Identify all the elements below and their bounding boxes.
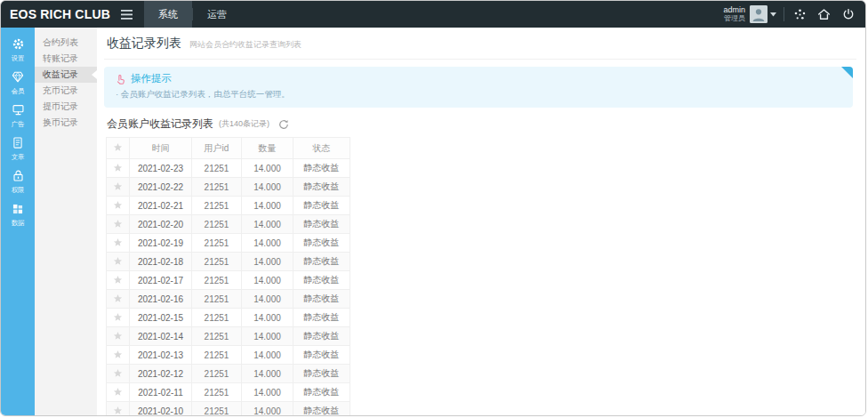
cell-user-id: 21251	[192, 271, 242, 290]
column-header: 数量	[242, 138, 293, 159]
star-icon[interactable]	[107, 327, 130, 346]
cell-status: 静态收益	[293, 402, 350, 416]
cell-time: 2021-02-21	[130, 197, 192, 215]
page-title: 收益记录列表	[107, 36, 181, 52]
star-icon[interactable]	[107, 271, 130, 290]
cell-user-id: 21251	[192, 290, 242, 309]
column-header: 时间	[130, 138, 192, 159]
star-icon[interactable]	[107, 253, 130, 271]
cell-time: 2021-02-20	[130, 215, 192, 234]
sidebar-item-settings[interactable]: 设置	[1, 35, 35, 65]
corner-fold-icon	[841, 67, 853, 78]
star-icon[interactable]	[107, 197, 130, 215]
avatar[interactable]	[750, 5, 768, 23]
grid-icon	[12, 202, 24, 216]
home-icon[interactable]	[812, 1, 836, 28]
cell-user-id: 21251	[192, 365, 242, 383]
logout-icon[interactable]	[836, 1, 860, 28]
tip-box: 操作提示 · 会员账户收益记录列表，由总平台统一管理。	[104, 67, 853, 108]
cell-time: 2021-02-14	[130, 327, 192, 346]
submenu-item[interactable]: 收益记录	[35, 67, 97, 83]
table-header-row: 时间用户id数量状态	[107, 138, 350, 159]
cell-time: 2021-02-18	[130, 253, 192, 271]
sidebar-item-articles[interactable]: 文章	[1, 133, 35, 164]
layout: 设置会员广告文章权限数据 合约列表转账记录收益记录充币记录提币记录换币记录 收益…	[1, 28, 865, 415]
cell-user-id: 21251	[192, 383, 242, 402]
cell-time: 2021-02-11	[130, 383, 192, 402]
cell-time: 2021-02-15	[130, 309, 192, 327]
topbar-tab[interactable]: 运营	[193, 1, 241, 28]
cell-quantity: 14.000	[242, 365, 293, 383]
document-icon	[12, 136, 24, 150]
cell-quantity: 14.000	[242, 178, 293, 197]
star-icon[interactable]	[107, 402, 130, 416]
clear-cache-icon[interactable]	[788, 1, 812, 28]
submenu-item[interactable]: 转账记录	[35, 51, 97, 67]
cell-user-id: 21251	[192, 309, 242, 327]
cell-user-id: 21251	[192, 234, 242, 253]
cell-status: 静态收益	[293, 253, 350, 271]
hamburger-menu-icon[interactable]	[116, 1, 137, 28]
submenu-item[interactable]: 充币记录	[35, 83, 97, 99]
star-icon[interactable]	[107, 178, 130, 197]
cell-status: 静态收益	[293, 215, 350, 234]
column-header: 用户id	[192, 138, 242, 159]
tip-body: · 会员账户收益记录列表，由总平台统一管理。	[115, 89, 842, 100]
cell-time: 2021-02-16	[130, 290, 192, 309]
table-row: 2021-02-192125114.000静态收益	[107, 234, 350, 253]
table-header-bar: 会员账户收益记录列表 (共140条记录)	[107, 117, 856, 132]
cell-user-id: 21251	[192, 178, 242, 197]
cell-status: 静态收益	[293, 290, 350, 309]
table-record-count: (共140条记录)	[219, 118, 269, 130]
app-window: EOS RICH CLUB 系统运营 admin 管理员 设置会员广告文章权限数…	[0, 0, 866, 416]
cell-quantity: 14.000	[242, 402, 293, 416]
submenu-item[interactable]: 提币记录	[35, 99, 97, 115]
table-row: 2021-02-162125114.000静态收益	[107, 290, 350, 309]
star-icon[interactable]	[107, 215, 130, 234]
table-body: 2021-02-232125114.000静态收益2021-02-2221251…	[107, 159, 350, 416]
cell-status: 静态收益	[293, 271, 350, 290]
tip-title: 操作提示	[131, 72, 172, 85]
cell-time: 2021-02-13	[130, 346, 192, 365]
topbar-divider	[784, 7, 784, 21]
sidebar-item-label: 数据	[12, 218, 25, 227]
submenu: 合约列表转账记录收益记录充币记录提币记录换币记录	[35, 28, 97, 415]
cell-quantity: 14.000	[242, 253, 293, 271]
star-icon[interactable]	[107, 309, 130, 327]
cell-status: 静态收益	[293, 365, 350, 383]
topbar-tab[interactable]: 系统	[144, 1, 192, 28]
user-info: admin 管理员	[723, 6, 745, 23]
star-icon[interactable]	[107, 383, 130, 402]
cell-time: 2021-02-23	[130, 159, 192, 178]
table-row: 2021-02-102125114.000静态收益	[107, 402, 350, 416]
user-role: 管理员	[723, 15, 745, 23]
submenu-item[interactable]: 换币记录	[35, 115, 97, 131]
table-row: 2021-02-122125114.000静态收益	[107, 365, 350, 383]
cell-status: 静态收益	[293, 178, 350, 197]
star-icon[interactable]	[107, 346, 130, 365]
star-icon[interactable]	[107, 159, 130, 178]
cell-status: 静态收益	[293, 346, 350, 365]
main-content: 收益记录列表 网站会员合约收益记录查询列表 操作提示 · 会员账户收益记录列表，…	[97, 28, 865, 415]
sidebar-item-permissions[interactable]: 权限	[1, 166, 35, 197]
refresh-icon[interactable]	[278, 119, 289, 130]
cell-user-id: 21251	[192, 159, 242, 178]
cell-time: 2021-02-10	[130, 402, 192, 416]
cell-status: 静态收益	[293, 383, 350, 402]
star-icon[interactable]	[107, 290, 130, 309]
sidebar-item-label: 设置	[12, 53, 25, 62]
topbar-tabs: 系统运营	[144, 1, 241, 28]
cell-status: 静态收益	[293, 197, 350, 215]
sidebar-item-label: 会员	[12, 86, 25, 95]
submenu-item[interactable]: 合约列表	[35, 35, 97, 51]
sidebar-item-ads[interactable]: 广告	[1, 100, 35, 131]
cell-time: 2021-02-19	[130, 234, 192, 253]
table-title: 会员账户收益记录列表	[107, 117, 213, 132]
cell-quantity: 14.000	[242, 309, 293, 327]
cell-quantity: 14.000	[242, 159, 293, 178]
star-icon[interactable]	[107, 234, 130, 253]
star-icon[interactable]	[107, 365, 130, 383]
chevron-down-icon[interactable]	[770, 12, 776, 17]
sidebar-item-data[interactable]: 数据	[1, 199, 35, 229]
sidebar-item-member[interactable]: 会员	[1, 68, 35, 98]
